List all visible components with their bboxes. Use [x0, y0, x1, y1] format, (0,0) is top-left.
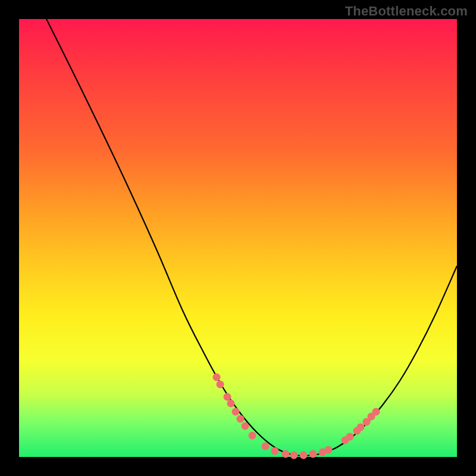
curve-marker: [217, 381, 224, 389]
curve-marker: [237, 415, 245, 423]
curve-marker: [271, 447, 279, 455]
curve-marker: [249, 432, 256, 440]
bottleneck-curve: [19, 19, 457, 457]
curve-marker: [357, 424, 365, 431]
curve-marker: [213, 374, 221, 381]
curve-marker: [282, 450, 290, 458]
curve-marker: [290, 452, 298, 459]
curve-marker: [224, 393, 231, 401]
curve-marker: [309, 450, 317, 458]
chart-frame: TheBottleneck.com: [0, 0, 476, 476]
curve-marker: [325, 446, 333, 454]
curve-marker: [300, 452, 308, 459]
curve-marker: [232, 408, 240, 416]
curve-marker: [242, 422, 249, 430]
plot-area: [19, 19, 457, 457]
curve-line: [38, 2, 457, 456]
watermark-text: TheBottleneck.com: [345, 4, 468, 19]
curve-marker: [227, 400, 235, 408]
curve-marker: [372, 408, 380, 416]
curve-marker: [346, 433, 354, 441]
curve-marker: [262, 443, 270, 450]
curve-markers: [213, 374, 380, 459]
